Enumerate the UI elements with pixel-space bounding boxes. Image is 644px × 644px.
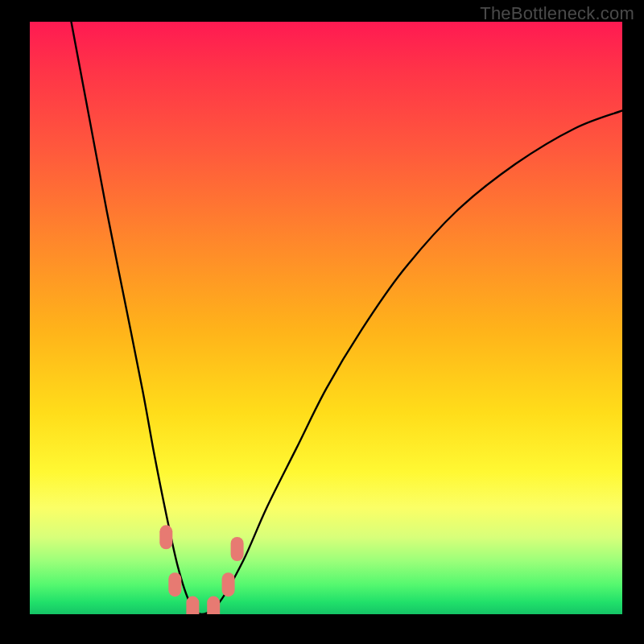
curve-markers bbox=[159, 525, 243, 614]
curve-marker bbox=[231, 537, 244, 561]
plot-area bbox=[30, 22, 622, 614]
curve-marker bbox=[186, 597, 199, 614]
curve-marker bbox=[159, 525, 172, 549]
bottleneck-curve bbox=[72, 22, 623, 614]
curve-marker bbox=[168, 572, 181, 597]
chart-frame: TheBottleneck.com bbox=[0, 0, 644, 644]
curve-marker bbox=[222, 572, 235, 597]
curve-svg bbox=[30, 22, 622, 614]
curve-marker bbox=[207, 597, 220, 614]
